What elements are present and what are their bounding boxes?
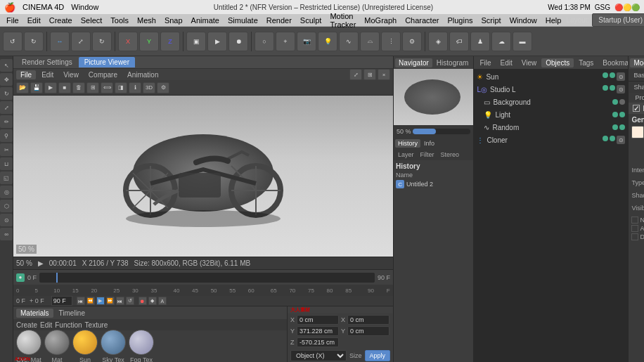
obj-random[interactable]: ∿ Random xyxy=(474,121,628,134)
rotate-btn[interactable]: ↻ xyxy=(92,32,112,51)
menu-script[interactable]: Script xyxy=(478,15,505,25)
menu-edit[interactable]: Edit xyxy=(24,15,44,25)
pv-info-btn[interactable]: ℹ xyxy=(129,82,141,93)
tl-record-btn[interactable]: ⏺ xyxy=(139,297,147,305)
pv-subtab-view[interactable]: View xyxy=(59,70,83,79)
obj-sun[interactable]: ☀ Sun ⊙ xyxy=(474,70,628,83)
nav-zoom-track[interactable] xyxy=(413,129,471,134)
mat-texture[interactable]: Texture xyxy=(85,321,108,329)
tab-stereo[interactable]: Stereo xyxy=(438,150,463,159)
mat-swatch-cyc[interactable] xyxy=(16,330,41,355)
cb-diffuse-box[interactable] xyxy=(631,233,638,240)
tl-prev-btn[interactable]: ⏪ xyxy=(86,297,95,305)
tab-histogram[interactable]: Histogram xyxy=(433,58,472,67)
mat-item-skytex[interactable]: Sky Tex xyxy=(101,330,126,362)
pv-open-btn[interactable]: 📂 xyxy=(16,82,29,93)
tab-layer[interactable]: Layer xyxy=(395,150,417,159)
undo-btn[interactable]: ↺ xyxy=(3,32,22,51)
mat-swatch-fogtex[interactable] xyxy=(129,330,154,355)
tab-view[interactable]: View xyxy=(517,58,541,67)
menu-window[interactable]: Window xyxy=(506,15,541,25)
menu-mesh[interactable]: Mesh xyxy=(134,15,160,25)
deform-btn[interactable]: ⌓ xyxy=(360,32,380,51)
obj-light[interactable]: 💡 Light xyxy=(474,108,628,121)
pv-render-btn[interactable]: ▶ xyxy=(44,82,57,93)
mat-swatch-sun[interactable] xyxy=(72,330,98,355)
redo-btn[interactable]: ↻ xyxy=(24,32,44,51)
char-btn[interactable]: ♟ xyxy=(470,32,490,51)
viewport[interactable]: 50 % xyxy=(13,96,393,257)
menu-motion-tracker[interactable]: Motion Tracker xyxy=(326,11,359,30)
tab-navigator[interactable]: Navigator xyxy=(395,58,432,67)
tab-picture-viewer[interactable]: Picture Viewer xyxy=(79,57,135,67)
mat-swatch-skytex[interactable] xyxy=(101,330,126,355)
left-icon-move[interactable]: ✥ xyxy=(0,73,13,86)
tab-mode[interactable]: Mode xyxy=(630,58,644,67)
timeline-track[interactable] xyxy=(39,273,375,283)
tl-last-btn[interactable]: ⏭ xyxy=(116,297,124,305)
obj-cloner[interactable]: ⋮ Cloner ⊙ xyxy=(474,134,628,146)
menu-sculpt[interactable]: Sculpt xyxy=(297,15,326,25)
mat-create[interactable]: Create xyxy=(16,321,37,329)
mat-edit[interactable]: Edit xyxy=(40,321,52,329)
mat-item-mat[interactable]: Mat xyxy=(44,330,70,362)
pv-color-btn[interactable]: ◨ xyxy=(115,82,127,93)
tab-filter[interactable]: Filter xyxy=(418,150,437,159)
left-icon-paint[interactable]: ✏ xyxy=(0,115,13,128)
subtab-shadow[interactable]: Shadow xyxy=(630,83,644,91)
apply-button[interactable]: Apply xyxy=(365,350,391,361)
cb-no-illum-box[interactable] xyxy=(631,216,638,224)
menu-mograph[interactable]: MoGraph xyxy=(361,15,400,25)
pv-subtab-edit[interactable]: Edit xyxy=(37,70,58,79)
menu-character[interactable]: Character xyxy=(401,15,442,25)
material-btn[interactable]: ◈ xyxy=(428,32,448,51)
floor-btn[interactable]: ▬ xyxy=(513,32,532,51)
left-icon-scale[interactable]: ⤢ xyxy=(0,101,13,114)
render-view-btn[interactable]: ▶ xyxy=(207,32,227,51)
null-btn[interactable]: + xyxy=(276,32,295,51)
props-check[interactable]: ✓ xyxy=(633,105,640,112)
pv-settings-btn[interactable]: ⚙ xyxy=(157,82,169,93)
z-axis-btn[interactable]: Z xyxy=(160,32,180,51)
layout-dropdown[interactable]: Startup (User) xyxy=(592,13,644,27)
move-btn[interactable]: ↔ xyxy=(50,32,70,51)
tab-history[interactable]: History xyxy=(395,139,420,148)
coord-input-z1[interactable] xyxy=(297,337,339,347)
tl-end-input[interactable] xyxy=(51,296,72,306)
apple-icon[interactable]: 🍎 xyxy=(4,2,15,13)
window-menu[interactable]: Window xyxy=(71,3,98,11)
minimize-btn[interactable]: 🔴🟡🟢 xyxy=(614,4,640,11)
spline-btn[interactable]: ∿ xyxy=(339,32,359,51)
sky-btn[interactable]: ☁ xyxy=(491,32,511,51)
tab-render-settings[interactable]: Render Settings xyxy=(16,57,78,67)
obj-background[interactable]: ▭ Background xyxy=(474,96,628,108)
pv-3d-btn[interactable]: 3D xyxy=(143,82,155,93)
render-region-btn[interactable]: ▣ xyxy=(186,32,206,51)
pv-fit-btn[interactable]: ⊞ xyxy=(363,69,376,80)
y-axis-btn[interactable]: Y xyxy=(139,32,159,51)
menu-help[interactable]: Help xyxy=(542,15,565,25)
color-swatch[interactable] xyxy=(631,126,644,138)
render-full-btn[interactable]: ⏺ xyxy=(228,32,248,51)
menu-tools[interactable]: Tools xyxy=(107,15,132,25)
coord-input-sx[interactable] xyxy=(347,315,389,325)
menu-plugins[interactable]: Plugins xyxy=(444,15,476,25)
pv-expand-btn[interactable]: ⤢ xyxy=(349,69,362,80)
pv-subtab-file[interactable]: File xyxy=(16,70,36,79)
pv-save-btn[interactable]: 💾 xyxy=(30,82,43,93)
obj-type-select[interactable]: Object (X) xyxy=(290,350,347,361)
cb-ambient-box[interactable] xyxy=(631,225,638,232)
left-icon-bridge[interactable]: ⊔ xyxy=(0,157,13,170)
tl-keyframe-btn[interactable]: ◆ xyxy=(148,297,157,305)
pv-layers-btn[interactable]: ⊞ xyxy=(86,82,99,93)
menu-snap[interactable]: Snap xyxy=(161,15,186,25)
cam-btn[interactable]: 📷 xyxy=(297,32,316,51)
pv-stop-btn[interactable]: ■ xyxy=(58,82,71,93)
tl-loop-btn[interactable]: ↺ xyxy=(126,297,134,305)
menu-animate[interactable]: Animate xyxy=(188,15,223,25)
tl-play-btn[interactable]: ▶ xyxy=(96,297,105,305)
left-icon-rotate[interactable]: ↻ xyxy=(0,87,13,100)
left-icon-magnet[interactable]: ⚲ xyxy=(0,129,13,142)
left-icon-loop[interactable]: ∞ xyxy=(0,228,13,240)
studiol-tag[interactable]: ⊙ xyxy=(617,85,625,93)
